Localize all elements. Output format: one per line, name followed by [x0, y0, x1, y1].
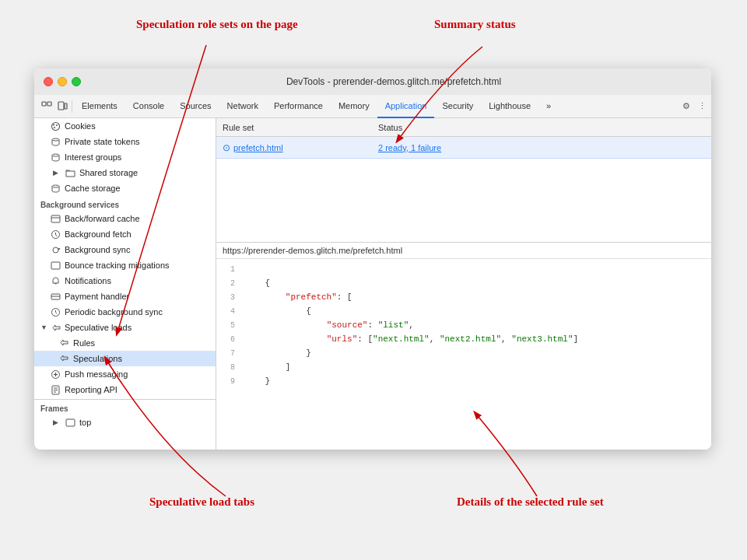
tab-application[interactable]: Application [377, 95, 435, 118]
svg-rect-26 [66, 419, 75, 426]
expand-icon-2: ▶ [50, 417, 61, 428]
sidebar-item-reporting-api[interactable]: Reporting API [34, 382, 216, 397]
rules-icon [59, 338, 69, 349]
bell-icon [50, 275, 61, 286]
sidebar-label-private-state-tokens: Private state tokens [65, 137, 140, 146]
report-icon [50, 384, 61, 395]
device-icon[interactable] [56, 100, 68, 113]
sidebar-item-speculations[interactable]: Speculations [34, 351, 216, 366]
sidebar-label-periodic-bg-sync: Periodic background sync [65, 307, 163, 317]
sidebar-item-payment-handler[interactable]: Payment handler [34, 289, 216, 304]
line-num-1: 1 [216, 265, 244, 274]
code-area: 1 2 { 3 "prefetch": [ 4 { [216, 259, 711, 450]
rule-link-icon: ⊙ [223, 142, 230, 153]
db-icon [50, 136, 61, 147]
sidebar-item-background-sync[interactable]: Background sync [34, 242, 216, 257]
sidebar-item-push-messaging[interactable]: Push messaging [34, 366, 216, 382]
expand-arrow-icon: ▼ [40, 324, 48, 331]
sidebar-label-background-fetch: Background fetch [65, 229, 132, 239]
svg-point-8 [52, 138, 59, 141]
line-num-7: 7 [216, 349, 244, 358]
sidebar-item-background-fetch[interactable]: Background fetch [34, 226, 216, 242]
sidebar-item-shared-storage[interactable]: ▶ Shared storage [34, 165, 216, 180]
close-button[interactable] [44, 77, 53, 86]
rule-link[interactable]: prefetch.html [233, 143, 283, 152]
annotation-summary-status: Summary status [434, 17, 516, 33]
svg-rect-0 [42, 102, 46, 106]
svg-rect-11 [51, 215, 60, 222]
sidebar-label-back-forward: Back/forward cache [65, 214, 140, 223]
speculative-loads-icon [51, 323, 61, 333]
tab-sources[interactable]: Sources [172, 95, 219, 118]
devtools-toolbar: Elements Console Sources Network Perform… [34, 95, 711, 118]
table-row[interactable]: ⊙ prefetch.html 2 ready, 1 failure [216, 137, 711, 159]
tab-performance[interactable]: Performance [266, 95, 331, 118]
more-options-icon[interactable]: ⋮ [696, 100, 708, 113]
sidebar-label-background-sync: Background sync [65, 245, 130, 254]
svg-point-7 [54, 127, 55, 128]
sidebar-item-notifications[interactable]: Notifications [34, 273, 216, 289]
minimize-button[interactable] [58, 77, 67, 86]
table-cell-rule: ⊙ prefetch.html [216, 142, 372, 153]
svg-point-5 [53, 124, 54, 125]
tab-network[interactable]: Network [219, 95, 266, 118]
sidebar: Cookies Private state tokens Interest gr… [34, 118, 216, 450]
col-rule-set: Rule set [216, 123, 372, 132]
periodic-sync-icon [50, 306, 61, 317]
code-line-8: 8 ] [216, 360, 711, 374]
payment-icon [50, 291, 61, 302]
line-num-3: 3 [216, 293, 244, 302]
line-content-4: { [244, 306, 311, 316]
sidebar-item-cookies[interactable]: Cookies [34, 118, 216, 134]
tab-console[interactable]: Console [125, 95, 172, 118]
sidebar-label-push-messaging: Push messaging [65, 369, 128, 379]
status-link[interactable]: 2 ready, 1 failure [378, 143, 441, 152]
tab-memory[interactable]: Memory [331, 95, 377, 118]
cookie-icon [50, 121, 61, 131]
sidebar-item-top-frame[interactable]: ▶ top [34, 415, 216, 430]
sidebar-item-bounce-tracking[interactable]: Bounce tracking mitigations [34, 257, 216, 273]
sidebar-label-cache-storage: Cache storage [65, 184, 121, 193]
line-content-6: "urls": ["next.html", "next2.html", "nex… [244, 334, 578, 344]
code-line-2: 2 { [216, 276, 711, 290]
sidebar-item-cache-storage[interactable]: Cache storage [34, 180, 216, 196]
window-title: DevTools - prerender-demos.glitch.me/pre… [86, 76, 702, 87]
annotation-details-selected: Details of the selected rule set [457, 495, 604, 510]
cursor-icon[interactable] [40, 100, 53, 113]
svg-rect-1 [47, 102, 51, 106]
line-num-9: 9 [216, 377, 244, 386]
settings-icon[interactable]: ⚙ [680, 100, 693, 113]
svg-rect-15 [51, 262, 60, 269]
browser-window: DevTools - prerender-demos.glitch.me/pre… [34, 68, 711, 450]
line-num-2: 2 [216, 279, 244, 288]
fetch-icon [50, 229, 61, 240]
line-content-3: "prefetch": [ [244, 292, 352, 302]
svg-point-6 [56, 124, 58, 126]
sidebar-label-reporting-api: Reporting API [65, 385, 117, 394]
sidebar-item-speculative-loads[interactable]: ▼ Speculative loads [34, 320, 216, 335]
sidebar-item-interest-groups[interactable]: Interest groups [34, 149, 216, 165]
sidebar-item-back-forward-cache[interactable]: Back/forward cache [34, 211, 216, 226]
svg-point-10 [52, 185, 59, 187]
sidebar-label-bounce-tracking: Bounce tracking mitigations [65, 261, 170, 270]
speculations-icon [59, 353, 69, 365]
sidebar-label-speculations: Speculations [73, 354, 122, 363]
sidebar-label-payment-handler: Payment handler [65, 292, 129, 301]
sidebar-item-rules[interactable]: Rules [34, 335, 216, 351]
sidebar-label-shared-storage: Shared storage [79, 168, 138, 177]
annotation-speculative-load-tabs: Speculative load tabs [149, 495, 254, 510]
line-num-5: 5 [216, 321, 244, 330]
code-line-4: 4 { [216, 304, 711, 318]
maximize-button[interactable] [72, 77, 81, 86]
sidebar-label-notifications: Notifications [65, 276, 111, 285]
toolbar-right: ⚙ ⋮ [680, 100, 708, 113]
sidebar-item-private-state-tokens[interactable]: Private state tokens [34, 134, 216, 149]
line-content-5: "source": "list", [244, 320, 414, 330]
tab-lighthouse[interactable]: Lighthouse [481, 95, 538, 118]
sidebar-item-periodic-bg-sync[interactable]: Periodic background sync [34, 304, 216, 320]
more-tabs-button[interactable]: » [538, 95, 559, 118]
tab-elements[interactable]: Elements [74, 95, 125, 118]
tab-security[interactable]: Security [434, 95, 481, 118]
svg-point-9 [52, 154, 59, 156]
table-header: Rule set Status [216, 118, 711, 137]
